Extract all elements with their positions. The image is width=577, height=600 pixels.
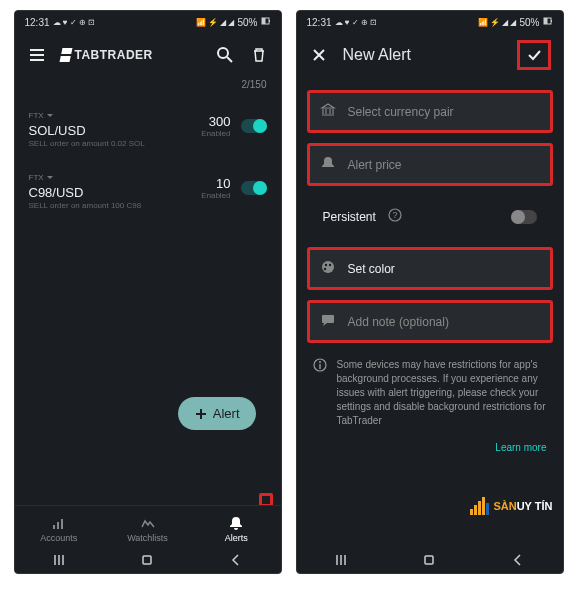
alert-desc: SELL order on amount 100 C98 [29, 201, 202, 210]
persistent-toggle[interactable] [511, 210, 537, 224]
color-label: Set color [348, 262, 395, 276]
persistent-label: Persistent [323, 210, 376, 224]
help-icon[interactable]: ? [388, 208, 402, 225]
svg-text:?: ? [392, 210, 397, 220]
bank-icon [320, 102, 336, 121]
status-time: 12:31 [25, 17, 50, 28]
status-icons-right: 📶 ⚡ ◢ ◢ [196, 18, 235, 27]
app-bar: New Alert [297, 33, 563, 77]
app-logo: TABTRADER [61, 48, 153, 62]
svg-point-14 [324, 264, 326, 266]
alert-price: 300 [201, 114, 230, 129]
svg-rect-20 [319, 364, 320, 369]
svg-rect-6 [61, 519, 63, 529]
bottom-nav: Accounts Watchlists Alerts [15, 505, 281, 551]
chat-icon [320, 312, 336, 331]
svg-point-15 [328, 264, 330, 266]
status-bar: 12:31 ☁ ♥ ✓ ⊕ ⊡ 📶 ⚡ ◢ ◢ 50% [297, 11, 563, 33]
price-placeholder: Alert price [348, 158, 402, 172]
confirm-highlight [517, 40, 551, 70]
battery-icon [261, 16, 271, 28]
battery-icon [543, 16, 553, 28]
svg-rect-9 [544, 18, 548, 24]
alert-toggle[interactable] [241, 181, 267, 195]
svg-rect-7 [143, 556, 151, 564]
status-battery: 50% [237, 17, 257, 28]
recents-button[interactable] [334, 553, 348, 571]
alert-price-input[interactable]: Alert price [307, 143, 553, 186]
back-button[interactable] [511, 553, 525, 571]
exchange-tag: FTX [29, 111, 53, 120]
add-alert-button[interactable]: Alert [178, 397, 256, 430]
svg-rect-21 [425, 556, 433, 564]
pair-label: C98/USD [29, 185, 202, 200]
info-text: Some devices may have restrictions for a… [337, 358, 547, 428]
nav-accounts[interactable]: Accounts [15, 506, 104, 551]
svg-rect-10 [551, 20, 552, 22]
watermark-logo: SÀNUY TÍN [470, 497, 552, 515]
palette-icon [320, 259, 336, 278]
app-bar: TABTRADER [15, 33, 281, 77]
status-icons-left: ☁ ♥ ✓ ⊕ ⊡ [335, 18, 378, 27]
learn-more-link[interactable]: Learn more [297, 438, 563, 457]
system-nav [297, 551, 563, 573]
home-button[interactable] [140, 553, 154, 571]
nav-watchlists[interactable]: Watchlists [103, 506, 192, 551]
nav-alerts[interactable]: Alerts [192, 506, 281, 551]
close-icon[interactable] [309, 45, 329, 65]
alert-desc: SELL order on amount 0.02 SOL [29, 139, 202, 148]
alerts-counter: 2/150 [15, 77, 281, 96]
status-icons-left: ☁ ♥ ✓ ⊕ ⊡ [53, 18, 96, 27]
confirm-icon[interactable] [524, 45, 544, 65]
persistent-row: Persistent ? [309, 197, 551, 236]
delete-icon[interactable] [249, 45, 269, 65]
svg-point-16 [323, 268, 325, 270]
svg-point-3 [218, 48, 228, 58]
alert-row[interactable]: FTX C98/USD SELL order on amount 100 C98… [15, 158, 281, 220]
status-bar: 12:31 ☁ ♥ ✓ ⊕ ⊡ 📶 ⚡ ◢ ◢ 50% [15, 11, 281, 33]
svg-rect-17 [322, 315, 334, 323]
menu-icon[interactable] [27, 45, 47, 65]
info-icon [313, 358, 327, 428]
status-time: 12:31 [307, 17, 332, 28]
page-title: New Alert [343, 46, 503, 64]
set-color-input[interactable]: Set color [307, 247, 553, 290]
svg-rect-4 [53, 525, 55, 529]
currency-placeholder: Select currency pair [348, 105, 454, 119]
alert-status: Enabled [201, 191, 230, 200]
bell-icon [320, 155, 336, 174]
system-nav [15, 551, 281, 573]
search-icon[interactable] [215, 45, 235, 65]
svg-point-19 [319, 361, 321, 363]
note-placeholder: Add note (optional) [348, 315, 449, 329]
status-battery: 50% [519, 17, 539, 28]
alert-price: 10 [201, 176, 230, 191]
home-button[interactable] [422, 553, 436, 571]
recents-button[interactable] [52, 553, 66, 571]
alert-row[interactable]: FTX SOL/USD SELL order on amount 0.02 SO… [15, 96, 281, 158]
currency-pair-input[interactable]: Select currency pair [307, 90, 553, 133]
svg-point-13 [322, 261, 334, 273]
alert-toggle[interactable] [241, 119, 267, 133]
exchange-tag: FTX [29, 173, 53, 182]
svg-rect-5 [57, 522, 59, 529]
svg-rect-2 [269, 20, 270, 22]
info-block: Some devices may have restrictions for a… [297, 348, 563, 438]
pair-label: SOL/USD [29, 123, 202, 138]
svg-rect-1 [262, 18, 266, 24]
back-button[interactable] [229, 553, 243, 571]
alerts-list-screen: 12:31 ☁ ♥ ✓ ⊕ ⊡ 📶 ⚡ ◢ ◢ 50% TABTRADER 2/… [14, 10, 282, 574]
alert-status: Enabled [201, 129, 230, 138]
new-alert-screen: 12:31 ☁ ♥ ✓ ⊕ ⊡ 📶 ⚡ ◢ ◢ 50% New Alert Se… [296, 10, 564, 574]
status-icons-right: 📶 ⚡ ◢ ◢ [478, 18, 517, 27]
note-input[interactable]: Add note (optional) [307, 300, 553, 343]
